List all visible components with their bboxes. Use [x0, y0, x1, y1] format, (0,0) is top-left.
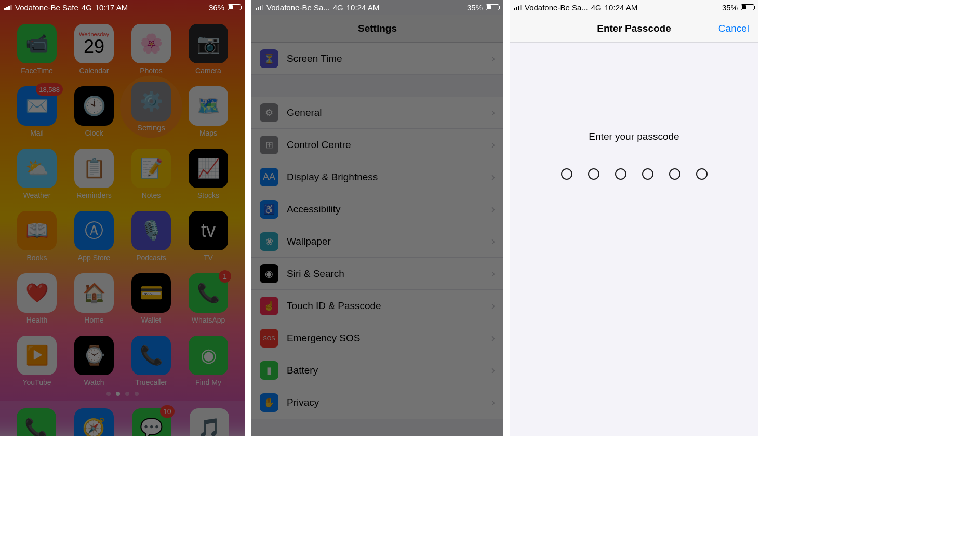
carrier-label: Vodafone-Be Safe — [15, 3, 78, 12]
signal-icon — [256, 5, 263, 10]
settings-row-control-centre[interactable]: ⊞Control Centre› — [251, 129, 503, 161]
passcode-dot — [642, 168, 653, 180]
chevron-right-icon: › — [491, 170, 495, 184]
battery-label: 36% — [209, 3, 224, 12]
nav-bar: Enter Passcode Cancel — [510, 15, 758, 43]
network-label: 4G — [82, 3, 92, 12]
status-bar: Vodafone-Be Sa... 4G 10:24 AM 35% — [510, 0, 758, 15]
chevron-right-icon: › — [491, 235, 495, 248]
chevron-right-icon: › — [491, 203, 495, 216]
battery-icon — [486, 4, 499, 10]
row-icon: ⏳ — [260, 49, 278, 68]
passcode-dot — [669, 168, 680, 180]
chevron-right-icon: › — [491, 52, 495, 65]
row-label: Control Centre — [287, 139, 351, 151]
row-icon: SOS — [260, 329, 278, 348]
battery-icon — [741, 4, 754, 10]
home-screen: Vodafone-Be Safe 4G 10:17 AM 36% 📹FaceTi… — [0, 0, 245, 436]
settings-row-general[interactable]: ⚙General› — [251, 97, 503, 129]
battery-icon — [228, 4, 241, 10]
row-label: Privacy — [287, 397, 319, 408]
row-icon: ✋ — [260, 393, 278, 412]
row-label: Accessibility — [287, 204, 340, 215]
settings-row-screen-time[interactable]: ⏳Screen Time› — [251, 43, 503, 75]
settings-row-accessibility[interactable]: ♿Accessibility› — [251, 193, 503, 225]
row-icon: ☝ — [260, 297, 278, 315]
row-label: Touch ID & Passcode — [287, 300, 381, 312]
chevron-right-icon: › — [491, 331, 495, 345]
chevron-right-icon: › — [491, 138, 495, 152]
settings-list: ⏳Screen Time›⚙General›⊞Control Centre›AA… — [251, 43, 503, 419]
battery-label: 35% — [467, 3, 483, 12]
passcode-dot — [561, 168, 572, 180]
row-icon: ♿ — [260, 200, 278, 219]
time-label: 10:24 AM — [605, 3, 637, 12]
row-icon: ▮ — [260, 361, 278, 380]
row-icon: AA — [260, 168, 278, 186]
row-label: Siri & Search — [287, 268, 344, 279]
status-bar: Vodafone-Be Safe 4G 10:17 AM 36% — [0, 0, 245, 15]
settings-row-siri-search[interactable]: ◉Siri & Search› — [251, 258, 503, 290]
settings-row-battery[interactable]: ▮Battery› — [251, 354, 503, 386]
chevron-right-icon: › — [491, 106, 495, 119]
row-label: Emergency SOS — [287, 332, 361, 344]
settings-row-touch-id-passcode[interactable]: ☝Touch ID & Passcode› — [251, 290, 503, 322]
network-label: 4G — [591, 3, 602, 12]
signal-icon — [514, 5, 522, 10]
passcode-screen: Vodafone-Be Sa... 4G 10:24 AM 35% Enter … — [510, 0, 758, 436]
chevron-right-icon: › — [491, 396, 495, 409]
row-label: Screen Time — [287, 53, 342, 64]
network-label: 4G — [333, 3, 343, 12]
row-label: Display & Brightness — [287, 171, 378, 183]
row-icon: ◉ — [260, 264, 278, 283]
carrier-label: Vodafone-Be Sa... — [525, 3, 588, 12]
passcode-dot — [696, 168, 708, 180]
row-icon: ⊞ — [260, 136, 278, 154]
row-label: General — [287, 107, 322, 118]
chevron-right-icon: › — [491, 299, 495, 313]
passcode-dots — [561, 168, 708, 180]
row-label: Wallpaper — [287, 236, 331, 247]
signal-icon — [4, 5, 12, 10]
time-label: 10:24 AM — [346, 3, 379, 12]
status-bar: Vodafone-Be Sa... 4G 10:24 AM 35% — [251, 0, 503, 15]
settings-row-emergency-sos[interactable]: SOSEmergency SOS› — [251, 322, 503, 354]
settings-row-display-brightness[interactable]: AADisplay & Brightness› — [251, 161, 503, 193]
carrier-label: Vodafone-Be Sa... — [266, 3, 330, 12]
passcode-dot — [588, 168, 599, 180]
passcode-prompt: Enter your passcode — [589, 131, 679, 142]
chevron-right-icon: › — [491, 364, 495, 377]
settings-row-privacy[interactable]: ✋Privacy› — [251, 386, 503, 419]
row-label: Battery — [287, 365, 318, 376]
battery-label: 35% — [722, 3, 738, 12]
page-title: Settings — [251, 15, 503, 43]
chevron-right-icon: › — [491, 267, 495, 281]
row-icon: ⚙ — [260, 103, 278, 122]
cancel-button[interactable]: Cancel — [718, 23, 749, 34]
settings-screen: Vodafone-Be Sa... 4G 10:24 AM 35% Settin… — [251, 0, 503, 436]
page-title: Enter Passcode — [597, 23, 671, 34]
row-icon: ❀ — [260, 232, 278, 251]
time-label: 10:17 AM — [95, 3, 128, 12]
passcode-dot — [615, 168, 626, 180]
settings-row-wallpaper[interactable]: ❀Wallpaper› — [251, 225, 503, 258]
